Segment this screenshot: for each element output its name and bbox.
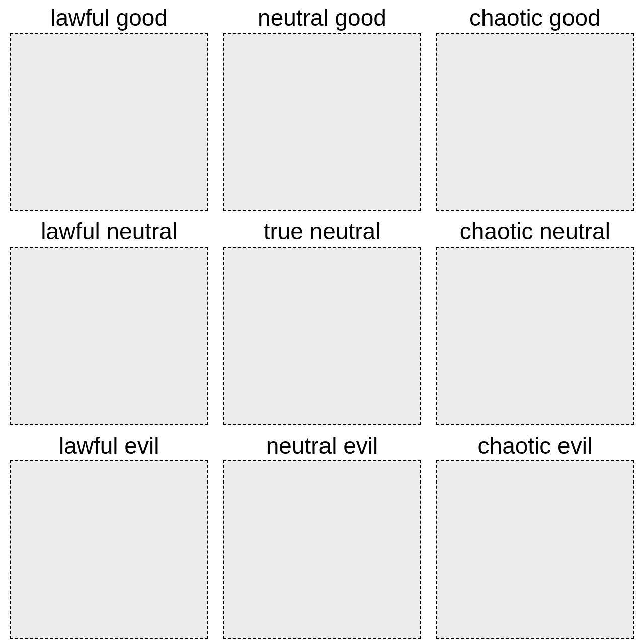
box-lawful-evil	[10, 460, 208, 639]
cell-lawful-evil: lawful evil	[10, 433, 208, 639]
cell-lawful-good: lawful good	[10, 5, 208, 211]
box-chaotic-good	[436, 33, 634, 211]
cell-neutral-evil: neutral evil	[223, 433, 421, 639]
label-chaotic-neutral: chaotic neutral	[460, 219, 610, 245]
cell-lawful-neutral: lawful neutral	[10, 219, 208, 425]
box-neutral-good	[223, 33, 421, 211]
cell-chaotic-neutral: chaotic neutral	[436, 219, 634, 425]
label-chaotic-good: chaotic good	[469, 5, 601, 31]
label-chaotic-evil: chaotic evil	[478, 433, 593, 459]
box-true-neutral	[223, 247, 421, 425]
cell-chaotic-good: chaotic good	[436, 5, 634, 211]
cell-chaotic-evil: chaotic evil	[436, 433, 634, 639]
box-lawful-good	[10, 33, 208, 211]
label-lawful-evil: lawful evil	[59, 433, 159, 459]
box-lawful-neutral	[10, 247, 208, 425]
box-chaotic-evil	[436, 460, 634, 639]
label-lawful-good: lawful good	[50, 5, 168, 31]
label-neutral-evil: neutral evil	[266, 433, 378, 459]
alignment-chart-grid: lawful good neutral good chaotic good la…	[10, 5, 634, 639]
label-neutral-good: neutral good	[258, 5, 386, 31]
label-lawful-neutral: lawful neutral	[41, 219, 177, 245]
label-true-neutral: true neutral	[264, 219, 381, 245]
box-chaotic-neutral	[436, 247, 634, 425]
cell-neutral-good: neutral good	[223, 5, 421, 211]
box-neutral-evil	[223, 460, 421, 639]
cell-true-neutral: true neutral	[223, 219, 421, 425]
